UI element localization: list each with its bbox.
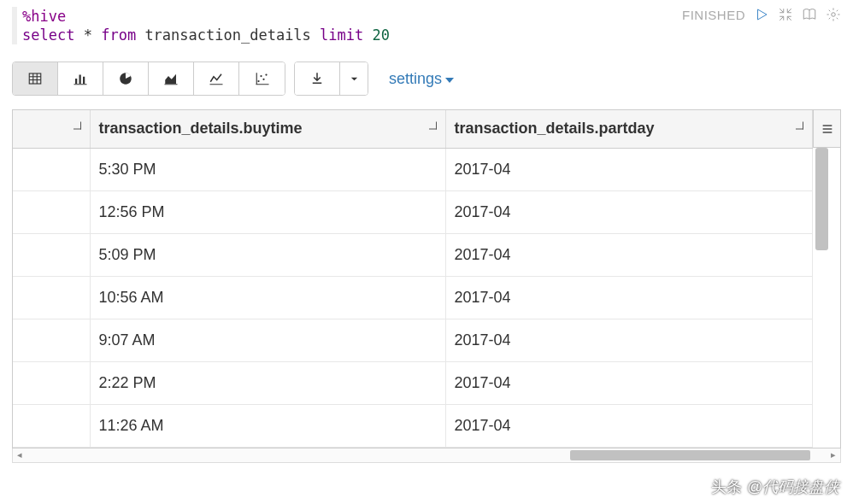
bar-chart-button[interactable] xyxy=(58,62,103,95)
column-header-buytime[interactable]: transaction_details.buytime xyxy=(90,110,445,148)
svg-rect-1 xyxy=(29,73,41,84)
run-button[interactable] xyxy=(754,7,769,22)
area-chart-button[interactable] xyxy=(149,62,194,95)
svg-rect-8 xyxy=(83,77,85,84)
table-row: 11:26 AM2017-04 xyxy=(13,404,813,447)
scrollbar-thumb[interactable] xyxy=(815,148,828,250)
download-button[interactable] xyxy=(295,62,340,95)
settings-link[interactable]: settings xyxy=(389,70,454,88)
svg-point-15 xyxy=(265,74,267,76)
svg-point-14 xyxy=(262,79,264,80)
result-table: transaction_details.buytime transaction_… xyxy=(12,109,841,448)
scroll-right-arrow[interactable]: ▸ xyxy=(827,448,840,462)
status-label: FINISHED xyxy=(682,8,745,22)
table-row: 10:56 AM2017-04 xyxy=(13,276,813,319)
table-row: 5:09 PM2017-04 xyxy=(13,233,813,276)
scroll-left-arrow[interactable]: ◂ xyxy=(13,448,26,462)
chevron-down-icon xyxy=(429,121,437,129)
table-view-button[interactable] xyxy=(13,62,58,95)
paragraph-controls: FINISHED xyxy=(682,7,841,22)
horizontal-scrollbar[interactable]: ◂ ▸ xyxy=(12,448,841,463)
collapse-icon[interactable] xyxy=(778,7,793,22)
svg-point-12 xyxy=(257,80,259,82)
svg-rect-7 xyxy=(79,75,81,85)
book-icon[interactable] xyxy=(802,7,817,22)
visualization-group xyxy=(12,62,285,96)
scrollbar-thumb[interactable] xyxy=(570,450,810,460)
result-toolbar: settings xyxy=(12,62,841,96)
pie-chart-button[interactable] xyxy=(103,62,149,95)
table-row: 5:30 PM2017-04 xyxy=(13,148,813,190)
watermark: 头条 @代码接盘侠 xyxy=(711,477,839,497)
line-chart-button[interactable] xyxy=(194,62,239,95)
chevron-down-icon xyxy=(445,78,454,83)
scatter-chart-button[interactable] xyxy=(239,62,285,95)
svg-rect-6 xyxy=(75,79,77,84)
table-menu-button[interactable] xyxy=(813,110,840,148)
table-row: 9:07 AM2017-04 xyxy=(13,319,813,361)
svg-point-13 xyxy=(260,75,262,77)
column-header-partday[interactable]: transaction_details.partday xyxy=(445,110,813,148)
table-row: 2:22 PM2017-04 xyxy=(13,361,813,404)
chevron-down-icon xyxy=(74,121,81,129)
download-group xyxy=(294,62,368,96)
interpreter-directive: %hive xyxy=(22,8,66,25)
table-header-row: transaction_details.buytime transaction_… xyxy=(13,110,813,148)
column-header-0[interactable] xyxy=(13,110,90,148)
svg-point-0 xyxy=(832,13,836,17)
table-row: 12:56 PM2017-04 xyxy=(13,190,813,233)
gear-icon[interactable] xyxy=(826,7,841,22)
download-dropdown[interactable] xyxy=(340,62,368,95)
chevron-down-icon xyxy=(796,121,803,129)
